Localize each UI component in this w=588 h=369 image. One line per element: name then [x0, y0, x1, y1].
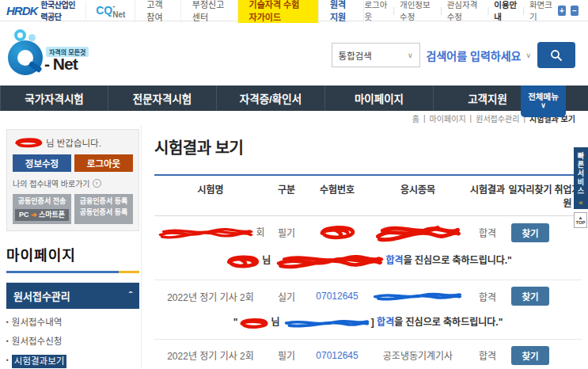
joint-cert-transfer-button[interactable]: 공동인증서 전송 PC ➜ 스마트폰	[13, 194, 71, 224]
message-text: 을 진심으로 축하드립니다."	[404, 255, 512, 266]
cqnet-logo-text: -Net	[112, 2, 125, 19]
qnet-logo-text: - Net	[44, 55, 78, 74]
logout-button[interactable]: 로그아웃	[74, 154, 133, 172]
top-utility-bar: HRDK 한국산업인력공단 CQ -Net 고객참여 부정신고센터 기술자격 수…	[0, 0, 588, 21]
redaction-scribble-red	[372, 223, 464, 242]
sidebar-item-exam-results[interactable]: ▪ 시험결과보기	[6, 355, 139, 368]
topbar-menu: 고객참여 부정신고센터 기술자격 수험자가이드 원격지원	[135, 0, 364, 23]
redaction-scribble-red	[317, 223, 358, 242]
cell-result: 합격	[468, 226, 507, 239]
greeting-text: 님 반갑습니다.	[46, 136, 101, 149]
message-text: 을 진심으로 축하드립니다."	[394, 317, 503, 328]
usage-guide-link[interactable]: 이용안내	[494, 0, 518, 22]
search-category-value: 통합검색	[339, 49, 372, 62]
redaction-scribble-red	[274, 253, 386, 270]
login-buttons: 정보수정 로그아웃	[13, 154, 133, 172]
message-text: 님	[271, 317, 282, 328]
search-input[interactable]: 검색어를 입력하세요 ∨	[427, 48, 531, 63]
menu-customer-participation[interactable]: 고객참여	[135, 0, 180, 23]
find-job-button[interactable]: 찾기	[511, 223, 548, 242]
cell-result: 합격	[468, 290, 507, 303]
col-exam-name: 시험명	[154, 176, 267, 215]
sidebar-item-label: 원서접수내역	[12, 317, 62, 329]
chevron-up-icon: ˆ	[129, 290, 132, 302]
edit-info-button[interactable]: 정보수정	[13, 154, 71, 172]
search-bar: 통합검색 ∨ 검색어를 입력하세요 ∨	[332, 42, 575, 68]
cert-pc-label: PC	[19, 211, 29, 219]
menu-remote-support[interactable]: 원격지원	[318, 0, 364, 23]
my-application-shortcut[interactable]: 나의 접수내역 바로가기 ›	[13, 177, 133, 189]
table-row: 2022년 정기 기사 2회 실기 07012645 합격 찾기	[154, 280, 582, 307]
redaction-scribble-red	[237, 315, 271, 331]
breadcrumb-application-mgmt[interactable]: 원서접수관리	[476, 112, 519, 124]
chevron-down-icon: ∨	[541, 102, 546, 110]
certificate-buttons: 공동인증서 전송 PC ➜ 스마트폰 금융인증서 등록 공동인증서 등록	[13, 194, 133, 224]
cell-type: 필기	[267, 348, 306, 362]
font-zoom-out-button[interactable]: −	[571, 6, 579, 16]
congratulation-message: " 님 ] 합격을 진심으로 축하드립니다."	[154, 307, 582, 340]
cell-type: 필기	[267, 226, 306, 239]
pass-highlight: 합격	[386, 255, 404, 266]
hrdk-logo-mark: HRDK	[6, 4, 37, 17]
pass-highlight: 합격	[377, 317, 394, 328]
all-menu-button[interactable]: 전체메뉴 ∨	[521, 86, 566, 117]
cert-button-line: PC ➜ 스마트폰	[15, 209, 69, 222]
separator: |	[393, 6, 395, 15]
nav-mypage[interactable]: 마이페이지	[325, 86, 434, 111]
redaction-scribble-red	[224, 251, 262, 272]
message-text: ]	[371, 317, 377, 328]
font-zoom-in-button[interactable]: +	[558, 6, 566, 16]
find-job-button[interactable]: 찾기	[511, 346, 548, 365]
menu-fraud-report[interactable]: 부정신고센터	[180, 0, 237, 23]
cell-exam-name: 2022년 정기 기사 2회	[154, 348, 267, 362]
qnet-logo-bubble-icon	[28, 34, 36, 41]
greeting: 님 반갑습니다.	[13, 136, 133, 149]
nav-professional-exam[interactable]: 전문자격시험	[108, 86, 217, 111]
separator: |	[487, 6, 490, 15]
chevron-down-icon: ∨	[408, 51, 413, 59]
col-result: 시험결과	[468, 176, 507, 215]
edit-personal-info-link[interactable]: 개인정보수정	[400, 0, 435, 22]
cell-result: 합격	[468, 348, 507, 362]
table-row: 회 필기 합격 찾기	[154, 216, 582, 244]
sidebar-item-application-history[interactable]: ▪ 원서접수내역	[6, 317, 139, 329]
top-label: TOP	[575, 220, 585, 225]
sidebar-item-application-submit[interactable]: ▪ 원서접수신청	[6, 336, 139, 348]
cell-exam-name: 2022년 정기 기사 2회	[154, 290, 267, 303]
qnet-logo[interactable]: 자격의 모든것 - Net	[8, 29, 127, 78]
nav-national-exam[interactable]: 국가자격시험	[0, 86, 108, 111]
finance-cert-register-button[interactable]: 금융인증서 등록 공동인증서 등록	[74, 194, 133, 224]
separator: |	[522, 6, 525, 15]
cert-phone-label: 스마트폰	[39, 211, 65, 219]
menu-exam-guide[interactable]: 기술자격 수험자가이드	[237, 0, 318, 23]
cert-button-line: 공동인증서 전송	[18, 197, 66, 205]
main-nav: 국가자격시험 전문자격시험 자격증/확인서 마이페이지 고객지원 전체메뉴 ∨	[0, 86, 588, 111]
quick-service-label: 빠른서비스	[576, 152, 586, 196]
sidebar-section-application-mgmt[interactable]: 원서접수관리 ˆ	[6, 283, 139, 309]
interest-qualification-link[interactable]: 관심자격수정	[447, 0, 483, 22]
cell-exam-number[interactable]: 07012645	[306, 350, 368, 361]
quick-service-tab[interactable]: 빠른서비스 «	[574, 147, 588, 209]
logout-link[interactable]: 로그아웃	[364, 0, 388, 22]
redaction-scribble-red	[13, 136, 44, 149]
cqnet-logo[interactable]: CQ -Net	[85, 2, 135, 19]
hrdk-logo-name: 한국산업인력공단	[40, 0, 78, 22]
search-category-select[interactable]: 통합검색 ∨	[332, 43, 420, 67]
sidebar-title-rule	[6, 271, 139, 273]
site-header: 자격의 모든것 - Net 통합검색 ∨ 검색어를 입력하세요 ∨	[0, 21, 588, 86]
scroll-to-top-button[interactable]: ▲ TOP	[574, 212, 587, 228]
nav-certificate[interactable]: 자격증/확인서	[217, 86, 325, 111]
search-icon	[550, 49, 563, 62]
cell-subject: 공조냉동기계기사	[368, 348, 468, 362]
hrdk-logo[interactable]: HRDK 한국산업인력공단	[0, 0, 85, 22]
login-status-box: 님 반갑습니다. 정보수정 로그아웃 나의 접수내역 바로가기 › 공동인증서 …	[6, 129, 139, 231]
cell-exam-number[interactable]: 07012645	[306, 291, 368, 302]
breadcrumb: 홈 | 마이페이지 | 원서접수관리 | 시험결과 보기	[0, 111, 588, 126]
breadcrumb-home[interactable]: 홈	[412, 112, 419, 124]
search-button[interactable]	[537, 42, 575, 68]
find-job-button[interactable]: 찾기	[511, 287, 548, 306]
breadcrumb-mypage[interactable]: 마이페이지	[430, 112, 466, 124]
arrow-right-icon: ›	[93, 179, 101, 188]
separator: |	[470, 114, 472, 123]
sidebar-title: 마이페이지	[6, 244, 141, 264]
